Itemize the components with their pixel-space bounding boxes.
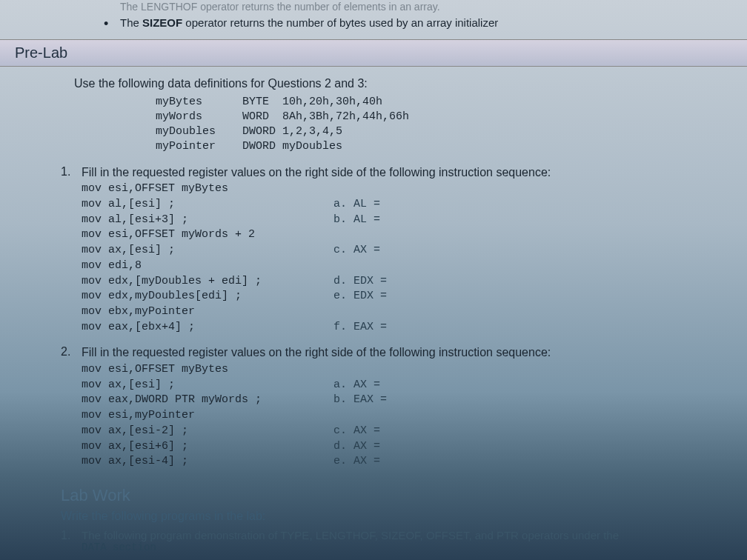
code-answer: e. AX =: [333, 454, 380, 470]
item-number: 1.: [61, 529, 70, 542]
def-line: myPointer DWORD myDoubles: [156, 140, 342, 153]
def-line: myWords WORD 8Ah,3Bh,72h,44h,66h: [156, 110, 409, 123]
code-instr: mov ax,[esi-2] ;: [82, 424, 333, 439]
sizeof-bullet: The SIZEOF operator returns the number o…: [104, 15, 703, 30]
question-text: Fill in the requested register values on…: [82, 165, 703, 182]
code-instr: mov esi,OFFSET myBytes: [82, 181, 333, 197]
code-block-2: mov esi,OFFSET myBytes mov ax,[esi] ;a. …: [82, 362, 703, 470]
document-page: The LENGTHOF operator returns the number…: [0, 0, 747, 560]
item-cutoff: DATA section: [82, 541, 703, 553]
question-2: 2. Fill in the requested register values…: [0, 335, 747, 470]
code-answer: c. AX =: [333, 243, 380, 259]
labwork-item-1: 1. The following program demonstration o…: [0, 526, 747, 553]
code-instr: mov eax,[ebx+4] ;: [82, 320, 333, 336]
code-answer: a. AL =: [333, 197, 380, 213]
bullet-text-prefix: The: [120, 16, 142, 29]
question-text: Fill in the requested register values on…: [82, 345, 703, 362]
data-definitions: myBytes BYTE 10h,20h,30h,40h myWords WOR…: [0, 95, 747, 155]
item-text: The following program demonstration of T…: [82, 529, 703, 541]
question-number: 1.: [61, 165, 70, 179]
code-instr: mov al,[esi+3] ;: [82, 213, 333, 228]
code-answer: b. AL =: [333, 213, 380, 228]
code-instr: mov ax,[esi] ;: [82, 243, 333, 259]
bullet-text-suffix: operator returns the number of bytes use…: [182, 16, 498, 29]
code-answer: d. EDX =: [333, 274, 387, 290]
code-instr: mov esi,OFFSET myWords + 2: [82, 227, 333, 243]
code-instr: mov ebx,myPointer: [82, 304, 333, 320]
def-line: myDoubles DWORD 1,2,3,4,5: [156, 125, 342, 138]
code-answer: f. EAX =: [333, 320, 387, 336]
def-line: myBytes BYTE 10h,20h,30h,40h: [156, 96, 382, 108]
code-instr: mov edi,8: [82, 259, 333, 274]
top-bullets: The LENGTHOF operator returns the number…: [0, 0, 747, 36]
code-instr: mov ax,[esi-4] ;: [82, 454, 333, 470]
code-instr: mov esi,OFFSET myBytes: [82, 362, 333, 378]
code-answer: d. AX =: [333, 439, 380, 455]
code-instr: mov edx,[myDoubles + edi] ;: [82, 274, 333, 290]
code-instr: mov edx,myDoubles[edi] ;: [82, 289, 333, 304]
labwork-header: Lab Work: [0, 470, 747, 510]
code-answer: c. AX =: [333, 424, 380, 439]
code-instr: mov esi,myPointer: [82, 408, 333, 424]
code-answer: a. AX =: [333, 378, 380, 393]
question-number: 2.: [61, 345, 70, 359]
question-1: 1. Fill in the requested register values…: [0, 155, 747, 336]
code-instr: mov ax,[esi+6] ;: [82, 439, 333, 455]
code-block-1: mov esi,OFFSET myBytes mov al,[esi] ;a. …: [82, 181, 703, 335]
cutoff-bullet: The LENGTHOF operator returns the number…: [104, 0, 703, 15]
intro-text: Use the following data definitions for Q…: [0, 77, 747, 95]
bullet-text-bold: SIZEOF: [142, 16, 182, 29]
prelab-header: Pre-Lab: [0, 39, 747, 67]
code-instr: mov ax,[esi] ;: [82, 378, 333, 393]
code-instr: mov al,[esi] ;: [82, 197, 333, 213]
code-answer: b. EAX =: [333, 393, 387, 408]
code-instr: mov eax,DWORD PTR myWords ;: [82, 393, 333, 408]
code-answer: e. EDX =: [333, 289, 387, 304]
labwork-instruction: Write the following programs in the lab:: [0, 510, 747, 526]
